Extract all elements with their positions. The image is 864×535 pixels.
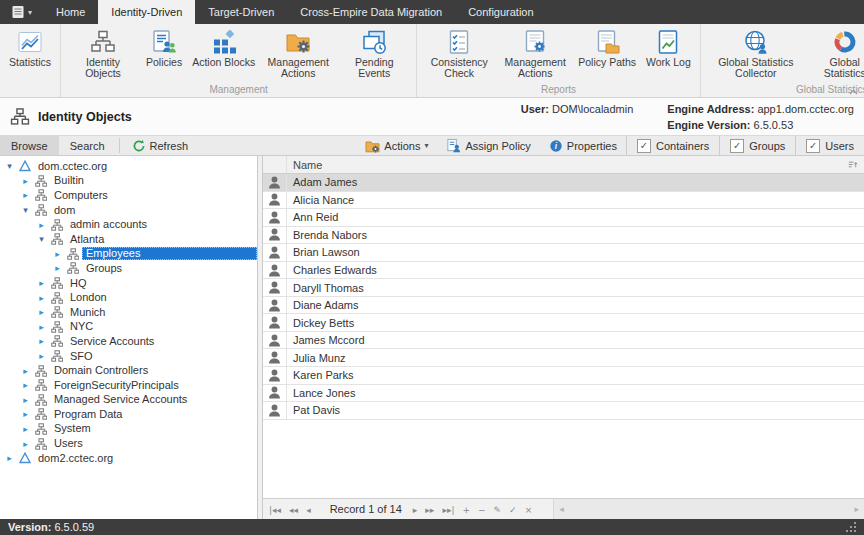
tree-item-nyc[interactable]: ▸NYC xyxy=(0,320,257,335)
last-record-button[interactable]: ▸▸| xyxy=(442,505,454,515)
tree-item-managed-service-accounts[interactable]: ▸Managed Service Accounts xyxy=(0,393,257,408)
list-row[interactable]: Pat Davis xyxy=(263,402,864,420)
chevron-right-icon[interactable]: ▸ xyxy=(20,395,31,405)
prev-page-button[interactable]: ◂◂ xyxy=(289,505,298,515)
append-record-button[interactable]: + xyxy=(462,505,470,515)
tree-item-atlanta[interactable]: ▾Atlanta xyxy=(0,232,257,247)
chevron-right-icon[interactable]: ▸ xyxy=(20,439,31,449)
view-tab-search[interactable]: Search xyxy=(59,136,116,155)
ribbon-button-global-statistics[interactable]: Global Statistics xyxy=(807,27,864,80)
list-row[interactable]: Ann Reid xyxy=(263,209,864,227)
chevron-right-icon[interactable]: ▸ xyxy=(36,307,47,317)
first-record-button[interactable]: |◂◂ xyxy=(269,505,281,515)
assign-policy-button[interactable]: Assign Policy xyxy=(437,136,539,155)
tree-item-users[interactable]: ▸Users xyxy=(0,436,257,451)
chevron-right-icon[interactable]: ▸ xyxy=(36,278,47,288)
chevron-right-icon[interactable]: ▸ xyxy=(52,249,63,259)
cancel-edit-button[interactable]: × xyxy=(525,505,533,515)
ribbon-button-identity-objects[interactable]: Identity Objects xyxy=(65,27,141,80)
tree-item-system[interactable]: ▸System xyxy=(0,422,257,437)
chevron-down-icon[interactable]: ▾ xyxy=(4,161,15,171)
view-tab-browse[interactable]: Browse xyxy=(0,136,59,155)
ribbon-button-management-actions[interactable]: Management Actions xyxy=(497,27,573,80)
ribbon-button-policy-paths[interactable]: Policy Paths xyxy=(573,27,641,69)
list-row[interactable]: Alicia Nance xyxy=(263,192,864,210)
ribbon-button-statistics[interactable]: Statistics xyxy=(4,27,56,69)
next-record-button[interactable]: ▸ xyxy=(413,505,418,515)
refresh-button[interactable]: Refresh xyxy=(123,136,198,155)
next-page-button[interactable]: ▸▸ xyxy=(425,505,434,515)
tree-item-domain-controllers[interactable]: ▸Domain Controllers xyxy=(0,363,257,378)
tree-item-employees[interactable]: ▸Employees xyxy=(0,247,257,262)
ribbon-button-consistency-check[interactable]: Consistency Check xyxy=(421,27,497,80)
scroll-left-icon[interactable]: ◂ xyxy=(559,504,564,514)
prev-record-button[interactable]: ◂ xyxy=(306,505,311,515)
properties-button[interactable]: i Properties xyxy=(540,136,626,155)
chevron-right-icon[interactable]: ▸ xyxy=(36,293,47,303)
list-row[interactable]: Lance Jones xyxy=(263,385,864,403)
tree-item-foreignsecurityprincipals[interactable]: ▸ForeignSecurityPrincipals xyxy=(0,378,257,393)
filter-groups-checkbox[interactable]: ✓Groups xyxy=(719,136,795,155)
tree-item-groups[interactable]: ▸Groups xyxy=(0,261,257,276)
ribbon-button-pending-events[interactable]: Pending Events xyxy=(336,27,412,80)
tab-configuration[interactable]: Configuration xyxy=(455,0,546,24)
filter-containers-checkbox[interactable]: ✓Containers xyxy=(626,136,719,155)
chevron-right-icon[interactable]: ▸ xyxy=(20,380,31,390)
chevron-right-icon[interactable]: ▸ xyxy=(20,190,31,200)
chevron-right-icon[interactable]: ▸ xyxy=(52,263,63,273)
chevron-down-icon[interactable]: ▾ xyxy=(20,205,31,215)
scroll-right-icon[interactable]: ▸ xyxy=(854,504,859,514)
ribbon-button-global-statistics-collector[interactable]: Global Statistics Collector xyxy=(705,27,807,80)
chevron-right-icon[interactable]: ▸ xyxy=(4,453,15,463)
list-row[interactable]: Adam James xyxy=(263,174,864,192)
list-row[interactable]: Karen Parks xyxy=(263,367,864,385)
list-row[interactable]: Daryll Thomas xyxy=(263,279,864,297)
chevron-right-icon[interactable]: ▸ xyxy=(36,220,47,230)
post-edit-button[interactable]: ✓ xyxy=(509,505,517,515)
chevron-right-icon[interactable]: ▸ xyxy=(20,366,31,376)
tab-home[interactable]: Home xyxy=(43,0,98,24)
chevron-right-icon[interactable]: ▸ xyxy=(20,424,31,434)
tree-item-builtin[interactable]: ▸Builtin xyxy=(0,174,257,189)
actions-button[interactable]: Actions ▾ xyxy=(356,136,437,155)
app-menu-button[interactable]: ▾ xyxy=(0,0,43,24)
ribbon-button-management-actions[interactable]: Management Actions xyxy=(260,27,336,80)
ribbon-button-work-log[interactable]: Work Log xyxy=(641,27,696,69)
list-row[interactable]: Charles Edwards xyxy=(263,262,864,280)
list-row[interactable]: Julia Munz xyxy=(263,349,864,367)
list-row[interactable]: Diane Adams xyxy=(263,297,864,315)
tree-item-dom[interactable]: ▾dom xyxy=(0,203,257,218)
list-row[interactable]: Brian Lawson xyxy=(263,244,864,262)
chevron-right-icon[interactable]: ▸ xyxy=(20,409,31,419)
horizontal-scrollbar[interactable]: ◂ ▸ xyxy=(553,499,864,519)
list-row[interactable]: James Mccord xyxy=(263,332,864,350)
tree-item-dom-cctec-org[interactable]: ▾dom.cctec.org xyxy=(0,159,257,174)
tree-item-munich[interactable]: ▸Munich xyxy=(0,305,257,320)
delete-record-button[interactable]: − xyxy=(478,505,486,515)
tab-cross-empire-data-migration[interactable]: Cross-Empire Data Migration xyxy=(287,0,455,24)
edit-record-button[interactable]: ✎ xyxy=(494,505,502,515)
tree-item-hq[interactable]: ▸HQ xyxy=(0,276,257,291)
tree-item-computers[interactable]: ▸Computers xyxy=(0,188,257,203)
tree-item-service-accounts[interactable]: ▸Service Accounts xyxy=(0,334,257,349)
ribbon-collapse-icon[interactable] xyxy=(849,89,858,95)
tree-item-dom2-cctec-org[interactable]: ▸dom2.cctec.org xyxy=(0,451,257,466)
tree-item-program-data[interactable]: ▸Program Data xyxy=(0,407,257,422)
tab-identity-driven[interactable]: Identity-Driven xyxy=(98,0,195,24)
ribbon-button-policies[interactable]: Policies xyxy=(141,27,187,69)
tab-target-driven[interactable]: Target-Driven xyxy=(195,0,287,24)
chevron-right-icon[interactable]: ▸ xyxy=(36,336,47,346)
resize-grip[interactable] xyxy=(854,530,856,532)
list-row[interactable]: Brenda Nabors xyxy=(263,227,864,245)
chevron-right-icon[interactable]: ▸ xyxy=(36,322,47,332)
chevron-right-icon[interactable]: ▸ xyxy=(36,351,47,361)
chevron-right-icon[interactable]: ▸ xyxy=(20,176,31,186)
tree-item-admin-accounts[interactable]: ▸admin accounts xyxy=(0,217,257,232)
tree-item-london[interactable]: ▸London xyxy=(0,290,257,305)
tree-item-sfo[interactable]: ▸SFO xyxy=(0,349,257,364)
name-column-header[interactable]: Name xyxy=(287,159,847,171)
list-row[interactable]: Dickey Betts xyxy=(263,314,864,332)
chevron-down-icon[interactable]: ▾ xyxy=(36,234,47,244)
filter-users-checkbox[interactable]: ✓Users xyxy=(795,136,864,155)
sort-ascending-icon[interactable] xyxy=(847,159,858,170)
